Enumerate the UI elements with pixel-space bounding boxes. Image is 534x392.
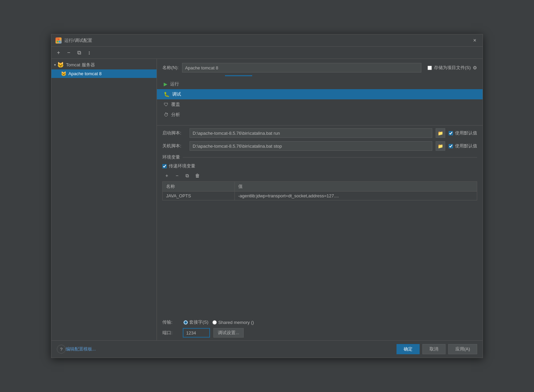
port-label: 端口: [162, 330, 179, 336]
run-mode-debug-label: 调试 [172, 91, 181, 97]
port-input[interactable] [183, 328, 210, 338]
env-delete-button[interactable]: 🗑 [193, 172, 202, 179]
shutdown-use-default-checkbox[interactable] [449, 144, 453, 148]
env-vars-section: 环境变量 传递环境变量 + − ⧉ 🗑 [157, 154, 483, 316]
env-col-value: 值 [234, 182, 477, 192]
startup-script-section: 启动脚本: 📁 使用默认值 关机脚本: 📁 [157, 128, 483, 154]
bottom-buttons: 确定 取消 应用(A) [397, 344, 477, 354]
shutdown-use-default-label: 使用默认值 [455, 143, 477, 149]
chevron-down-icon: ▾ [54, 63, 56, 67]
run-mode-debug[interactable]: 🐛 调试 [157, 89, 483, 99]
run-mode-profile[interactable]: ⏱ 分析 [157, 110, 483, 120]
save-as-project-file-checkbox[interactable] [427, 66, 432, 70]
copy-config-button[interactable]: ⧉ [75, 48, 83, 57]
table-row: JAVA_OPTS -agentlib:jdwp=transport=dt_so… [163, 192, 477, 200]
env-vars-title: 环境变量 [162, 154, 180, 160]
tomcat-group: ▾ 🐱 Tomcat 服务器 🐱 Apache tomcat 8 [51, 59, 157, 79]
main-area: ▾ 🐱 Tomcat 服务器 🐱 Apache tomcat 8 名称(N): … [51, 59, 483, 340]
save-as-project-file-area: 存储为项目文件(S) ⚙ [427, 65, 477, 71]
transport-section: 传输: 套接字(S) Shared memory () 端口: [157, 316, 483, 340]
port-row: 端口: 调试设置... [162, 328, 477, 338]
name-row: 名称(N): 存储为项目文件(S) ⚙ [157, 59, 483, 75]
env-vars-header: 环境变量 [162, 154, 477, 160]
config-toolbar: + − ⧉ ↕ [51, 47, 483, 59]
startup-use-default-label: 使用默认值 [455, 130, 477, 136]
active-tab-underline [225, 75, 252, 76]
sidebar-item-apache-tomcat-8[interactable]: 🐱 Apache tomcat 8 [51, 69, 157, 78]
title-bar: 运行/调试配置 × [51, 34, 483, 47]
shared-memory-label: Shared memory () [218, 320, 254, 325]
svg-point-2 [59, 40, 61, 42]
pass-env-checkbox[interactable] [162, 164, 167, 168]
name-label: 名称(N): [162, 65, 179, 71]
edit-template-link[interactable]: 编辑配置模板... [66, 346, 96, 352]
env-copy-button[interactable]: ⧉ [183, 172, 192, 179]
shutdown-use-default-area: 使用默认值 [449, 143, 477, 149]
startup-browse-button[interactable]: 📁 [436, 128, 445, 138]
env-row-name: JAVA_OPTS [163, 192, 235, 200]
shutdown-script-row: 关机脚本: 📁 使用默认值 [162, 141, 477, 151]
shutdown-script-label: 关机脚本: [162, 143, 186, 149]
env-add-button[interactable]: + [162, 172, 171, 179]
run-mode-profile-label: 分析 [171, 112, 180, 118]
shared-memory-radio[interactable] [212, 320, 217, 325]
shutdown-browse-button[interactable]: 📁 [436, 141, 445, 151]
run-mode-coverage[interactable]: 🛡 覆盖 [157, 99, 483, 110]
dialog-title: 运行/调试配置 [64, 37, 471, 44]
sidebar-group-header[interactable]: ▾ 🐱 Tomcat 服务器 [51, 60, 157, 69]
run-mode-run[interactable]: ▶ 运行 [157, 79, 483, 89]
right-content: 名称(N): 存储为项目文件(S) ⚙ ▶ 运行 [157, 59, 483, 340]
transport-row: 传输: 套接字(S) Shared memory () [162, 319, 477, 325]
app-icon [55, 37, 62, 44]
sidebar-item-label: Apache tomcat 8 [68, 71, 102, 76]
run-icon: ▶ [164, 81, 167, 87]
gear-icon[interactable]: ⚙ [473, 65, 477, 70]
help-button[interactable]: ? [57, 345, 66, 354]
content-scroll: ▶ 运行 🐛 调试 🛡 覆盖 ⏱ 分析 [157, 78, 483, 340]
startup-use-default-checkbox[interactable] [449, 131, 453, 135]
bottom-bar: ? 编辑配置模板... 确定 取消 应用(A) [51, 340, 483, 358]
run-modes-list: ▶ 运行 🐛 调试 🛡 覆盖 ⏱ 分析 [157, 78, 483, 122]
cancel-button[interactable]: 取消 [422, 344, 446, 354]
run-mode-coverage-label: 覆盖 [171, 101, 180, 108]
pass-env-label: 传递环境变量 [169, 163, 195, 169]
svg-point-1 [57, 40, 59, 42]
debug-settings-button[interactable]: 调试设置... [213, 328, 244, 338]
transport-label: 传输: [162, 319, 179, 325]
separator-1 [157, 125, 483, 126]
profile-icon: ⏱ [164, 112, 168, 117]
socket-option[interactable]: 套接字(S) [183, 319, 208, 325]
name-input[interactable] [182, 63, 421, 72]
tomcat-icon: 🐱 [57, 62, 64, 68]
env-separator [183, 157, 477, 158]
tomcat-item-icon: 🐱 [61, 71, 66, 76]
run-debug-config-dialog: 运行/调试配置 × + − ⧉ ↕ ▾ 🐱 Tomcat 服务器 🐱 Apach… [51, 34, 483, 358]
socket-radio[interactable] [183, 320, 188, 325]
close-button[interactable]: × [471, 37, 479, 44]
sidebar-group-label: Tomcat 服务器 [66, 62, 95, 68]
save-as-project-file-label: 存储为项目文件(S) [434, 65, 471, 71]
shared-memory-option[interactable]: Shared memory () [212, 320, 254, 325]
env-col-name: 名称 [163, 182, 235, 192]
ok-button[interactable]: 确定 [397, 344, 420, 354]
env-remove-button[interactable]: − [173, 172, 181, 179]
startup-script-label: 启动脚本: [162, 130, 186, 136]
remove-config-button[interactable]: − [64, 48, 73, 57]
env-toolbar: + − ⧉ 🗑 [162, 172, 477, 179]
pass-env-row: 传递环境变量 [162, 163, 477, 169]
add-config-button[interactable]: + [54, 48, 63, 57]
shutdown-script-input[interactable] [190, 141, 432, 151]
sidebar: ▾ 🐱 Tomcat 服务器 🐱 Apache tomcat 8 [51, 59, 157, 340]
startup-script-row: 启动脚本: 📁 使用默认值 [162, 128, 477, 138]
env-row-value: -agentlib:jdwp=transport=dt_socket,addre… [234, 192, 477, 200]
debug-icon: 🐛 [164, 92, 169, 97]
coverage-icon: 🛡 [164, 102, 168, 107]
sort-config-button[interactable]: ↕ [85, 48, 94, 57]
apply-button[interactable]: 应用(A) [448, 344, 477, 354]
svg-point-0 [58, 38, 60, 40]
startup-use-default-area: 使用默认值 [449, 130, 477, 136]
run-mode-run-label: 运行 [170, 81, 179, 87]
env-table: 名称 值 JAVA_OPTS -agentlib:jdwp=transport=… [162, 181, 477, 200]
socket-label: 套接字(S) [189, 319, 208, 325]
startup-script-input[interactable] [190, 128, 432, 138]
